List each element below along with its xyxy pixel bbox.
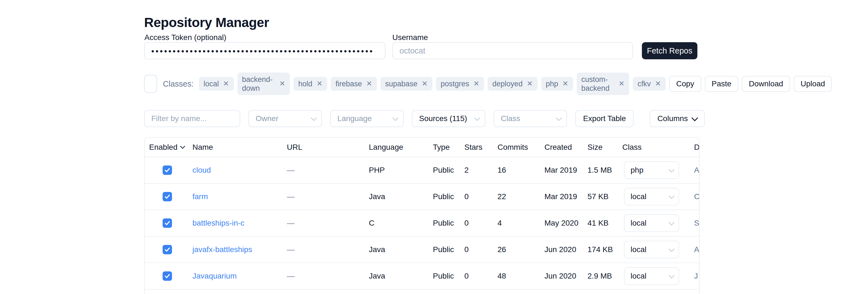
repo-name-link[interactable]: battleships-in-c [192,219,244,227]
class-chip-label: local [204,79,219,88]
enabled-checkbox[interactable] [163,271,172,281]
table-row [145,290,699,294]
close-icon[interactable]: ✕ [316,79,322,88]
owner-select[interactable]: Owner [248,110,322,127]
repo-stars: 0 [464,219,497,228]
class-chip: deployed ✕ [488,77,537,91]
close-icon[interactable]: ✕ [366,79,372,88]
enabled-checkbox[interactable] [163,245,172,254]
class-chip: backend-down ✕ [238,72,290,95]
chevron-down-icon [393,115,398,121]
close-icon[interactable]: ✕ [223,79,229,88]
language-select[interactable]: Language [330,110,404,127]
repo-stars: 2 [464,166,497,174]
repo-commits: 48 [497,272,545,281]
column-header-created: Created [545,143,588,152]
repo-type: Public [433,245,464,254]
repo-created: Mar 2019 [545,166,588,174]
repo-url: — [287,219,369,228]
repo-class-select[interactable]: local [624,188,679,205]
columns-dropdown-button[interactable]: Columns [650,110,705,127]
clipboard-action-button[interactable]: Copy [669,76,701,92]
table-row: Javaquarium — Java Public 0 48 Jun 2020 … [145,263,699,290]
chevron-down-icon [180,144,185,149]
enabled-checkbox[interactable] [163,192,172,201]
clipboard-action-button[interactable]: Upload [794,76,832,92]
check-icon [164,247,170,253]
classes-bar: Classes: local ✕ backend-down ✕ hold ✕ [144,72,851,95]
column-header-size: Size [588,143,622,152]
column-header-url: URL [287,143,369,152]
repo-class-select[interactable]: local [624,241,679,258]
repo-description: A [694,166,699,174]
repo-created: May 2020 [545,219,588,228]
repo-name-link[interactable]: javafx-battleships [192,245,252,254]
class-chip: postgres ✕ [436,77,484,91]
class-chip: supabase ✕ [380,77,432,91]
repo-language: C [369,219,433,228]
repo-class-select[interactable]: local [624,214,679,232]
repo-name-link[interactable]: cloud [192,166,211,174]
chevron-down-icon [474,115,480,121]
table-row: farm — Java Public 0 22 Mar 2019 57 KB l… [145,184,699,210]
repo-size: 1.5 MB [588,166,622,174]
repo-commits: 22 [497,192,545,201]
repo-language: PHP [369,166,433,174]
class-chip: local ✕ [199,77,234,91]
table-row: cloud — PHP Public 2 16 Mar 2019 1.5 MB … [145,157,699,184]
repo-stars: 0 [464,245,497,254]
class-chip: cfkv ✕ [633,77,665,91]
repo-language: Java [369,272,433,281]
repo-created: Jun 2020 [545,272,588,281]
chevron-down-icon [669,220,675,225]
clipboard-action-button[interactable]: Paste [705,76,739,92]
columns-dropdown-label: Columns [657,114,688,123]
close-icon[interactable]: ✕ [279,79,285,88]
repo-created: Mar 2019 [545,192,588,201]
class-chip: custom-backend ✕ [577,72,629,95]
repo-size: 57 KB [588,192,622,201]
class-chip: php ✕ [541,77,573,91]
clipboard-action-button[interactable]: Download [742,76,790,92]
repo-url: — [287,166,369,174]
access-token-input[interactable]: ••••••••••••••••••••••••••••••••••••••••… [144,42,385,59]
class-filter-select[interactable]: Class [494,110,567,127]
repo-language: Java [369,245,433,254]
close-icon[interactable]: ✕ [473,79,479,88]
repo-stars: 0 [464,272,497,281]
filter-name-placeholder: Filter by name... [151,114,207,123]
sources-select-value: Sources (115) [419,114,467,123]
username-input[interactable]: octocat [392,42,633,59]
repo-description: J [694,272,699,281]
enabled-checkbox[interactable] [163,165,172,175]
column-header-name: Name [192,143,287,152]
filter-toolbar: Filter by name... Owner Language Sources… [144,110,705,127]
check-icon [164,167,170,173]
enabled-checkbox[interactable] [163,219,172,228]
fetch-repos-button[interactable]: Fetch Repos [642,42,698,59]
export-table-button[interactable]: Export Table [576,110,633,127]
sources-select[interactable]: Sources (115) [412,110,485,127]
repo-type: Public [433,219,464,228]
chevron-down-icon [311,115,317,121]
close-icon[interactable]: ✕ [619,79,625,88]
access-token-label: Access Token (optional) [145,33,226,42]
column-header-enabled[interactable]: Enabled [145,143,192,152]
filter-name-input[interactable]: Filter by name... [144,110,240,127]
close-icon[interactable]: ✕ [655,79,661,88]
column-header-type: Type [433,143,464,152]
close-icon[interactable]: ✕ [422,79,428,88]
repo-class-select[interactable]: local [624,267,679,285]
class-chip-label: backend-down [242,75,275,93]
class-add-input[interactable] [144,75,157,93]
close-icon[interactable]: ✕ [527,79,533,88]
repo-name-link[interactable]: Javaquarium [192,272,237,280]
repo-size: 2.9 MB [588,272,622,281]
username-placeholder: octocat [400,46,426,56]
class-chip-label: cfkv [638,79,651,88]
table-body: cloud — PHP Public 2 16 Mar 2019 1.5 MB … [145,157,699,294]
repo-class-select[interactable]: php [624,161,679,179]
close-icon[interactable]: ✕ [562,79,568,88]
repo-name-link[interactable]: farm [192,192,208,201]
repo-stars: 0 [464,192,497,201]
